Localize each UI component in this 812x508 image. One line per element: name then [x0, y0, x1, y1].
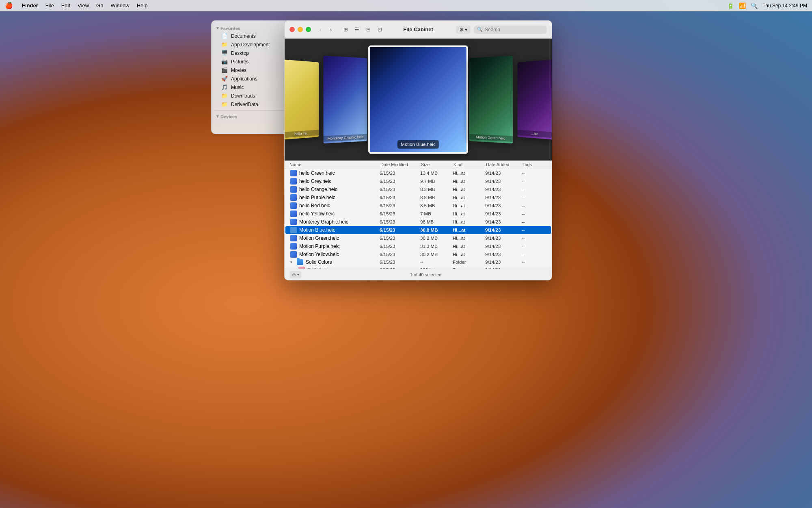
col-name[interactable]: Name	[289, 162, 380, 167]
file-icon-grey	[290, 178, 297, 185]
file-name-hello-orange: hello Orange.heic	[290, 186, 380, 193]
gallery-preview-area: hello Ye... Monterey Graphic.heic Motion…	[285, 39, 552, 161]
movies-icon: 🎬	[221, 67, 228, 73]
gallery-label-hello-yellow: hello Ye...	[285, 130, 319, 138]
file-row-hello-grey[interactable]: hello Grey.heic 6/15/23 9.7 MB Hi...at 9…	[285, 177, 551, 185]
search-input[interactable]	[485, 27, 544, 33]
file-row-motion-purple[interactable]: Motion Purple.heic 6/15/23 31.3 MB Hi...…	[285, 242, 551, 250]
sidebar-label-app-development: App Development	[231, 42, 270, 48]
file-row-solid-colors[interactable]: ▾ Solid Colors 6/15/23 -- Folder 9/14/23…	[285, 258, 551, 266]
forward-button[interactable]: ›	[326, 25, 335, 34]
col-date-added[interactable]: Date Added	[486, 162, 523, 167]
menu-edit[interactable]: Edit	[61, 2, 70, 9]
file-row-motion-green[interactable]: Motion Green.heic 6/15/23 30.2 MB Hi...a…	[285, 234, 551, 242]
minimize-button[interactable]	[298, 27, 303, 32]
sidebar-item-music[interactable]: 🎵 Music	[213, 83, 291, 91]
app-name[interactable]: Finder	[22, 2, 38, 9]
file-icon-motion-blue	[290, 227, 297, 233]
file-row-motion-yellow[interactable]: Motion Yellow.heic 6/15/23 30.2 MB Hi...…	[285, 250, 551, 258]
gallery-view-button[interactable]: ⊡	[374, 25, 385, 34]
status-bar: ☺ ▾ 1 of 40 selected	[285, 269, 552, 280]
emoji-icon: ☺	[292, 272, 296, 278]
file-row-hello-purple[interactable]: hello Purple.heic 6/15/23 8.8 MB Hi...at…	[285, 193, 551, 202]
sidebar-favorites-header[interactable]: ▾ Favorites	[212, 24, 292, 32]
sidebar-label-downloads: Downloads	[231, 93, 255, 99]
file-name-monterey: Monterey Graphic.heic	[290, 219, 380, 225]
finder-sidebar: ▾ Favorites 📄 Documents 📁 App Developmen…	[211, 20, 292, 134]
pictures-icon: 📷	[221, 59, 228, 65]
back-button[interactable]: ‹	[316, 25, 325, 34]
menu-file[interactable]: File	[45, 2, 54, 9]
gallery-label-monterey: Monterey Graphic.heic	[324, 134, 367, 142]
file-row-soft-pink[interactable]: Soft Pink.png 6/15/23 320 bytes P...age …	[285, 266, 551, 269]
search-bar[interactable]: 🔍	[474, 26, 547, 34]
file-row-motion-blue[interactable]: Motion Blue.heic 6/15/23 30.8 MB Hi...at…	[285, 226, 551, 234]
sidebar-item-movies[interactable]: 🎬 Movies	[213, 66, 291, 74]
file-row-hello-green[interactable]: hello Green.heic 6/15/23 13.4 MB Hi...at…	[285, 169, 551, 177]
deriveddata-icon: 📁	[221, 101, 228, 107]
gallery-label-purple: ...he	[518, 130, 552, 138]
music-icon: 🎵	[221, 84, 228, 90]
gallery-item-motion-green[interactable]: Motion Green.heic	[469, 56, 513, 143]
nav-arrows: ‹ ›	[316, 25, 335, 34]
col-kind[interactable]: Kind	[454, 162, 486, 167]
emoji-button[interactable]: ☺ ▾	[289, 271, 301, 278]
file-name-hello-red: hello Red.heic	[290, 202, 380, 209]
sidebar-item-documents[interactable]: 📄 Documents	[213, 32, 291, 40]
sidebar-devices-header[interactable]: ▾ Devices	[212, 112, 292, 120]
file-row-monterey[interactable]: Monterey Graphic.heic 6/15/23 98 MB Hi..…	[285, 218, 551, 226]
gallery-item-motion-blue[interactable]: Motion Blue.heic	[369, 46, 467, 153]
file-row-hello-red[interactable]: hello Red.heic 6/15/23 8.5 MB Hi...at 9/…	[285, 202, 551, 210]
icon-view-button[interactable]: ⊞	[340, 25, 351, 34]
gallery-item-hello-yellow[interactable]: hello Ye...	[285, 60, 319, 140]
menu-view[interactable]: View	[78, 2, 89, 9]
desktop-icon: 🖥️	[221, 50, 228, 56]
col-date-modified[interactable]: Date Modified	[380, 162, 421, 167]
file-name-motion-purple: Motion Purple.heic	[290, 243, 380, 250]
file-icon-orange	[290, 186, 297, 193]
downloads-icon: 📁	[221, 93, 228, 99]
menu-window[interactable]: Window	[110, 2, 129, 9]
sidebar-divider	[215, 110, 289, 111]
menubar-search-icon[interactable]: 🔍	[751, 2, 758, 9]
file-icon-monterey	[290, 219, 297, 225]
window-title: File Cabinet	[403, 26, 433, 33]
gallery-item-purple[interactable]: ...he	[518, 60, 552, 140]
sidebar-item-applications[interactable]: 🚀 Applications	[213, 74, 291, 83]
file-list-area: Name Date Modified Size Kind Date Added …	[285, 161, 552, 269]
list-view-button[interactable]: ☰	[352, 25, 362, 34]
traffic-lights	[289, 27, 311, 32]
col-tags[interactable]: Tags	[523, 162, 547, 167]
file-name-motion-yellow: Motion Yellow.heic	[290, 251, 380, 258]
sidebar-item-app-development[interactable]: 📁 App Development	[213, 40, 291, 49]
gallery-scroll: hello Ye... Monterey Graphic.heic Motion…	[285, 39, 552, 161]
col-size[interactable]: Size	[421, 162, 454, 167]
search-icon: 🔍	[477, 27, 483, 32]
finder-window: ‹ › ⊞ ☰ ⊟ ⊡ File Cabinet ⚙ ▾ 🔍 hello Ye.…	[284, 20, 552, 280]
file-icon-heic	[290, 170, 297, 176]
menubar-battery-icon[interactable]: 🔋	[727, 2, 734, 9]
file-row-hello-orange[interactable]: hello Orange.heic 6/15/23 8.3 MB Hi...at…	[285, 185, 551, 193]
gallery-item-monterey[interactable]: Monterey Graphic.heic	[324, 56, 367, 143]
file-name-motion-green: Motion Green.heic	[290, 235, 380, 241]
maximize-button[interactable]	[306, 27, 311, 32]
menubar-wifi-icon[interactable]: 📶	[739, 2, 746, 9]
file-row-hello-yellow[interactable]: hello Yellow.heic 6/15/23 7 MB Hi...at 9…	[285, 210, 551, 218]
sidebar-item-desktop[interactable]: 🖥️ Desktop	[213, 49, 291, 57]
sidebar-label-desktop: Desktop	[231, 50, 249, 56]
sidebar-label-applications: Applications	[231, 76, 257, 82]
sidebar-item-deriveddata[interactable]: 📁 DerivedData	[213, 100, 291, 109]
close-button[interactable]	[289, 27, 295, 32]
sidebar-item-pictures[interactable]: 📷 Pictures	[213, 57, 291, 66]
menu-help[interactable]: Help	[137, 2, 148, 9]
action-button[interactable]: ⚙ ▾	[456, 26, 471, 34]
menu-go[interactable]: Go	[96, 2, 103, 9]
emoji-chevron: ▾	[297, 273, 299, 277]
apple-menu[interactable]: 🍎	[5, 2, 13, 9]
column-view-button[interactable]: ⊟	[363, 25, 374, 34]
favorites-label: Favorites	[220, 26, 240, 31]
selection-status: 1 of 40 selected	[410, 272, 442, 277]
file-name-hello-grey: hello Grey.heic	[290, 178, 380, 185]
sidebar-item-downloads[interactable]: 📁 Downloads	[213, 91, 291, 100]
documents-icon: 📄	[221, 33, 228, 39]
